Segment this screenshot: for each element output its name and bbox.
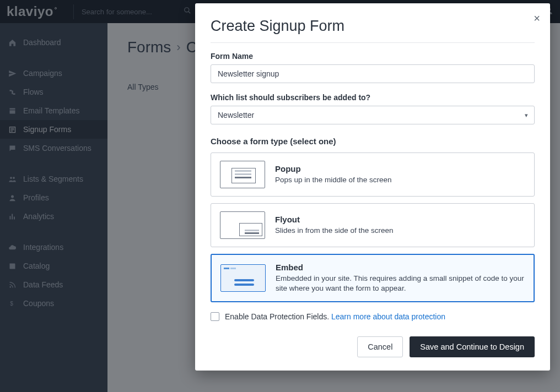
form-name-label: Form Name: [211, 52, 535, 61]
data-protection-link[interactable]: Learn more about data protection: [331, 312, 445, 321]
list-label: Which list should subscribers be added t…: [211, 93, 535, 102]
list-select[interactable]: Newsletter: [211, 106, 535, 124]
form-type-desc: Slides in from the side of the screen: [275, 226, 394, 236]
create-signup-form-modal: × Create Signup Form Form Name Which lis…: [195, 3, 550, 371]
form-type-desc: Pops up in the middle of the screen: [275, 175, 392, 185]
form-type-flyout[interactable]: Flyout Slides in from the side of the sc…: [211, 203, 535, 247]
modal-footer: Cancel Save and Continue to Design: [211, 336, 535, 357]
form-name-input[interactable]: [211, 64, 535, 83]
form-type-title: Flyout: [275, 215, 394, 224]
modal-title: Create Signup Form: [211, 18, 535, 35]
flyout-thumbnail-icon: [220, 211, 265, 239]
form-type-embed[interactable]: Embed Embedded in your site. This requir…: [211, 254, 535, 302]
data-protection-row: Enable Data Protection Fields. Learn mor…: [211, 312, 535, 321]
popup-thumbnail-icon: [220, 161, 265, 188]
close-button[interactable]: ×: [534, 12, 540, 25]
form-type-popup[interactable]: Popup Pops up in the middle of the scree…: [211, 153, 535, 197]
form-type-title: Popup: [275, 164, 392, 173]
form-type-title: Embed: [276, 263, 525, 272]
close-icon: ×: [534, 12, 540, 24]
form-type-header: Choose a form type (select one): [211, 137, 535, 146]
data-protection-checkbox[interactable]: [211, 312, 219, 321]
checkbox-label: Enable Data Protection Fields. Learn mor…: [225, 312, 445, 321]
embed-thumbnail-icon: [220, 264, 266, 292]
save-continue-button[interactable]: Save and Continue to Design: [410, 336, 535, 357]
cancel-button[interactable]: Cancel: [357, 336, 403, 357]
form-type-desc: Embedded in your site. This requires add…: [276, 274, 525, 293]
divider: [211, 42, 535, 43]
